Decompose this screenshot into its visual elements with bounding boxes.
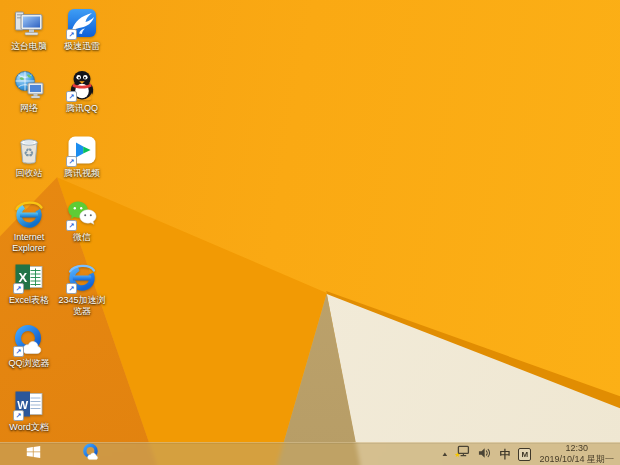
qq-browser-taskbar-icon bbox=[82, 443, 100, 465]
tencent-video-icon: ↗ bbox=[66, 134, 98, 166]
shortcut-arrow-icon: ↗ bbox=[66, 91, 77, 102]
internet-explorer-icon bbox=[13, 198, 45, 230]
excel-icon: X↗ bbox=[13, 261, 45, 293]
tencent-qq-icon: ↗ bbox=[66, 69, 98, 101]
desktop-icon-label: Word文档 bbox=[9, 422, 48, 433]
taskbar: ▲ 中 M 12:30 2019/10/14 星期一 bbox=[0, 442, 620, 465]
desktop-icon-label: 回收站 bbox=[16, 168, 43, 179]
shortcut-arrow-icon: ↗ bbox=[13, 346, 24, 357]
desktop-icon-word[interactable]: W↗Word文档 bbox=[3, 388, 55, 433]
desktop-icon-this-pc[interactable]: 这台电脑 bbox=[3, 7, 55, 52]
desktop-icon-wechat[interactable]: ↗微信 bbox=[56, 198, 108, 243]
desktop-icon-label: 网络 bbox=[20, 103, 38, 114]
clock-date: 2019/10/14 星期一 bbox=[539, 454, 614, 465]
network-icon bbox=[13, 69, 45, 101]
desktop-icon-network[interactable]: 网络 bbox=[3, 69, 55, 114]
desktop-icon-label: 微信 bbox=[73, 232, 91, 243]
taskbar-pinned-qq-browser[interactable] bbox=[66, 443, 116, 465]
desktop-icon-recycle-bin[interactable]: ♻回收站 bbox=[3, 134, 55, 179]
qq-browser-icon: ↗ bbox=[13, 324, 45, 356]
shortcut-arrow-icon: ↗ bbox=[66, 156, 77, 167]
desktop-icon-label: QQ浏览器 bbox=[8, 358, 49, 369]
desktop-icon-internet-explorer[interactable]: Internet Explorer bbox=[3, 198, 55, 254]
wechat-icon: ↗ bbox=[66, 198, 98, 230]
windows-logo-icon bbox=[26, 445, 41, 463]
desktop-icon-qq-browser[interactable]: ↗QQ浏览器 bbox=[3, 324, 55, 369]
desktop-icon-label: 腾讯视频 bbox=[64, 168, 100, 179]
clock-time: 12:30 bbox=[539, 443, 614, 454]
desktop-icon-label: 这台电脑 bbox=[11, 41, 47, 52]
word-icon: W↗ bbox=[13, 388, 45, 420]
shortcut-arrow-icon: ↗ bbox=[13, 410, 24, 421]
desktop-icon-label: 2345加速浏览器 bbox=[56, 295, 108, 317]
browser-2345-icon: ↗ bbox=[66, 261, 98, 293]
desktop-icon-tencent-qq[interactable]: ↗腾讯QQ bbox=[56, 69, 108, 114]
desktop-icon-browser-2345[interactable]: ↗2345加速浏览器 bbox=[56, 261, 108, 317]
taskbar-clock[interactable]: 12:30 2019/10/14 星期一 bbox=[539, 443, 614, 464]
desktop-icon-xunlei[interactable]: ↗极速迅雷 bbox=[56, 7, 108, 52]
system-tray: ▲ 中 M 12:30 2019/10/14 星期一 bbox=[442, 443, 620, 465]
ime-badge-icon[interactable]: M bbox=[518, 448, 531, 461]
desktop-icon-label: 极速迅雷 bbox=[64, 41, 100, 52]
shortcut-arrow-icon: ↗ bbox=[66, 29, 77, 40]
this-pc-icon bbox=[13, 7, 45, 39]
svg-text:♻: ♻ bbox=[24, 146, 35, 160]
ime-language-indicator[interactable]: 中 bbox=[499, 443, 510, 465]
desktop-icon-tencent-video[interactable]: ↗腾讯视频 bbox=[56, 134, 108, 179]
recycle-bin-icon: ♻ bbox=[13, 134, 45, 166]
xunlei-icon: ↗ bbox=[66, 7, 98, 39]
desktop-icon-label: Excel表格 bbox=[9, 295, 49, 306]
desktop-icon-label: Internet Explorer bbox=[3, 232, 55, 254]
volume-icon[interactable] bbox=[478, 445, 491, 463]
shortcut-arrow-icon: ↗ bbox=[13, 283, 24, 294]
desktop-icon-label: 腾讯QQ bbox=[66, 103, 98, 114]
desktop-icon-excel[interactable]: X↗Excel表格 bbox=[3, 261, 55, 306]
show-hidden-icons-button[interactable]: ▲ bbox=[441, 443, 449, 465]
svg-text:W: W bbox=[17, 399, 28, 411]
shortcut-arrow-icon: ↗ bbox=[66, 220, 77, 231]
network-status-icon[interactable] bbox=[455, 445, 470, 463]
desktop-surface[interactable]: 这台电脑↗极速迅雷网络↗腾讯QQ♻回收站↗腾讯视频Internet Explor… bbox=[0, 0, 620, 443]
start-button[interactable] bbox=[0, 443, 66, 465]
shortcut-arrow-icon: ↗ bbox=[66, 283, 77, 294]
